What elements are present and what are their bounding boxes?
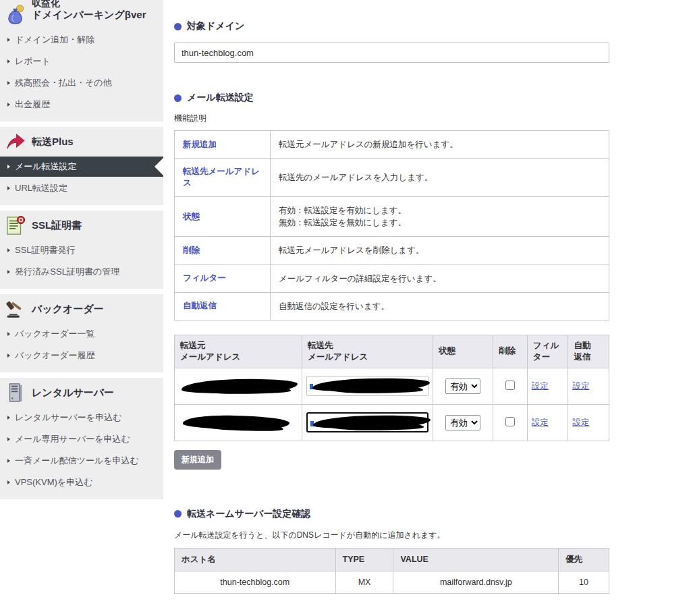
chevron-right-icon <box>7 332 10 336</box>
forward-rules-table: 転送元 メールアドレス 転送先 メールアドレス 状態 削除 フィル ター 自動 … <box>174 335 609 441</box>
section-bullet-icon <box>174 23 182 30</box>
gavel-icon <box>5 298 26 320</box>
header-priority: 優先 <box>559 548 609 571</box>
redacted-destination-email <box>312 377 430 393</box>
sidebar-section-forward-plus-header: 転送Plus <box>0 127 163 155</box>
status-select[interactable]: 有効 <box>445 415 480 430</box>
sidebar-item-backorder-list[interactable]: バックオーダー一覧 <box>0 324 163 344</box>
chevron-right-icon <box>7 165 10 169</box>
destination-email-input[interactable] <box>306 412 429 432</box>
feature-description-label: 機能説明 <box>174 113 609 124</box>
table-row: 有効 設定 設定 <box>175 368 609 404</box>
filter-settings-link[interactable]: 設定 <box>532 418 549 427</box>
help-label-add-new[interactable]: 新規追加 <box>175 131 271 159</box>
header-filter: フィル ター <box>527 335 568 368</box>
table-row: 状態 有効：転送設定を有効にします。 無効：転送設定を無効にします。 <box>175 197 609 237</box>
nameserver-check-title: 転送ネームサーバー設定確認 <box>187 508 310 520</box>
sidebar-item-label: ドメイン追加・解除 <box>15 34 94 46</box>
forward-arrow-icon <box>5 131 26 152</box>
sidebar-item-label: メール専用サーバーを申込む <box>15 433 130 445</box>
section-bullet-icon <box>174 510 182 517</box>
help-desc: メールフィルターの詳細設定を行います。 <box>271 264 609 292</box>
sidebar-section-domain-parking: 収益化 ドメインパーキングβver ドメイン追加・解除 レポート 残高照会・払出… <box>0 0 163 121</box>
delete-checkbox[interactable] <box>505 381 515 390</box>
chevron-right-icon <box>7 248 10 252</box>
sidebar-title-ssl: SSL証明書 <box>32 219 82 232</box>
table-row: 自動返信 自動返信の設定を行います。 <box>175 292 609 320</box>
help-label-filter[interactable]: フィルター <box>175 264 271 292</box>
redacted-source-email <box>183 414 289 430</box>
help-desc: 有効：転送設定を有効にします。 無効：転送設定を無効にします。 <box>271 197 609 237</box>
destination-email-input[interactable] <box>306 376 429 396</box>
header-type: TYPE <box>335 548 393 571</box>
sidebar-item-withdrawal-history[interactable]: 出金履歴 <box>0 94 163 115</box>
section-mail-forward: メール転送設定 機能説明 新規追加 転送元メールアドレスの新規追加を行います。 … <box>174 92 609 470</box>
help-desc: 転送先のメールアドレスを入力します。 <box>271 159 609 197</box>
sidebar-section-backorder: バックオーダー バックオーダー一覧 バックオーダー履歴 <box>0 294 163 372</box>
status-select[interactable]: 有効 <box>445 379 480 394</box>
dns-records-table: ホスト名 TYPE VALUE 優先 thun-techblog.com MX … <box>174 548 609 594</box>
header-source-address: 転送元 メールアドレス <box>175 335 302 368</box>
chevron-right-icon <box>7 103 10 107</box>
nameserver-check-description: メール転送設定を行うと、以下のDNSレコードが自動的に追加されます。 <box>174 530 609 541</box>
sidebar: 収益化 ドメインパーキングβver ドメイン追加・解除 レポート 残高照会・払出… <box>0 0 163 505</box>
add-new-button[interactable]: 新規追加 <box>174 450 221 470</box>
autoreply-settings-link[interactable]: 設定 <box>572 381 589 391</box>
sidebar-item-label: URL転送設定 <box>15 182 67 194</box>
help-desc: 転送元メールアドレスを削除します。 <box>271 237 609 264</box>
sidebar-item-ssl-issue[interactable]: SSL証明書発行 <box>0 240 163 260</box>
sidebar-item-mail-server-apply[interactable]: メール専用サーバーを申込む <box>0 429 163 449</box>
sidebar-item-url-forward-settings[interactable]: URL転送設定 <box>0 178 163 198</box>
target-domain-input[interactable] <box>174 43 609 63</box>
dns-priority: 10 <box>559 571 609 593</box>
target-domain-title: 対象ドメイン <box>187 20 244 32</box>
sidebar-item-vps-apply[interactable]: VPS(KVM)を申込む <box>0 472 163 493</box>
header-status: 状態 <box>433 335 493 368</box>
sidebar-item-bulk-mail-tool-apply[interactable]: 一斉メール配信ツールを申込む <box>0 451 163 471</box>
help-label-status[interactable]: 状態 <box>175 197 271 237</box>
section-bullet-icon <box>174 94 182 102</box>
delete-checkbox[interactable] <box>505 417 515 426</box>
sidebar-item-label: バックオーダー履歴 <box>15 349 95 362</box>
sidebar-item-label: SSL証明書発行 <box>15 244 76 256</box>
table-row: thun-techblog.com MX mailforward.dnsv.jp… <box>175 571 609 593</box>
chevron-right-icon <box>7 437 10 441</box>
redacted-source-email <box>182 377 298 394</box>
redacted-destination-email <box>313 414 431 430</box>
header-autoreply: 自動 返信 <box>568 335 609 368</box>
header-destination-address: 転送先 メールアドレス <box>302 335 433 368</box>
sidebar-item-balance[interactable]: 残高照会・払出・その他 <box>0 73 163 93</box>
filter-settings-link[interactable]: 設定 <box>532 381 549 391</box>
server-icon <box>5 382 26 403</box>
sidebar-item-report[interactable]: レポート <box>0 51 163 72</box>
sidebar-section-ssl: SSL証明書 SSL証明書発行 発行済みSSL証明書の管理 <box>0 211 163 289</box>
help-label-delete[interactable]: 削除 <box>175 237 271 264</box>
table-row: 有効 設定 設定 <box>175 404 609 441</box>
help-label-destination[interactable]: 転送先メールアドレス <box>175 159 271 197</box>
sidebar-item-ssl-manage[interactable]: 発行済みSSL証明書の管理 <box>0 262 163 282</box>
chevron-right-icon <box>7 459 10 463</box>
sidebar-item-label: 一斉メール配信ツールを申込む <box>15 455 139 467</box>
sidebar-item-rental-server-apply[interactable]: レンタルサーバーを申込む <box>0 408 163 428</box>
sidebar-item-label: VPS(KVM)を申込む <box>15 476 92 488</box>
section-nameserver-check: 転送ネームサーバー設定確認 メール転送設定を行うと、以下のDNSレコードが自動的… <box>174 508 609 594</box>
sidebar-title-forward-plus: 転送Plus <box>32 135 74 148</box>
sidebar-section-domain-parking-header: 収益化 ドメインパーキングβver <box>0 0 163 28</box>
sidebar-item-domain-add-remove[interactable]: ドメイン追加・解除 <box>0 30 163 50</box>
sidebar-item-label: レンタルサーバーを申込む <box>15 412 121 424</box>
sidebar-section-rental-server: レンタルサーバー レンタルサーバーを申込む メール専用サーバーを申込む 一斉メー… <box>0 378 163 499</box>
sidebar-item-backorder-history[interactable]: バックオーダー履歴 <box>0 345 163 366</box>
sidebar-section-forward-plus: 転送Plus メール転送設定 URL転送設定 <box>0 127 163 205</box>
chevron-right-icon <box>7 354 10 358</box>
chevron-right-icon <box>7 59 10 63</box>
table-header-row: ホスト名 TYPE VALUE 優先 <box>175 548 609 571</box>
sidebar-item-label: 発行済みSSL証明書の管理 <box>15 266 119 278</box>
autoreply-settings-link[interactable]: 設定 <box>572 418 589 427</box>
help-label-autoreply[interactable]: 自動返信 <box>175 292 271 320</box>
table-header-row: 転送元 メールアドレス 転送先 メールアドレス 状態 削除 フィル ター 自動 … <box>175 335 609 368</box>
sidebar-item-mail-forward-settings[interactable]: メール転送設定 <box>0 157 163 177</box>
table-row: フィルター メールフィルターの詳細設定を行います。 <box>175 264 609 292</box>
section-target-domain: 対象ドメイン <box>174 20 609 63</box>
mail-forward-title: メール転送設定 <box>187 92 254 104</box>
sidebar-item-label: 残高照会・払出・その他 <box>15 77 112 89</box>
